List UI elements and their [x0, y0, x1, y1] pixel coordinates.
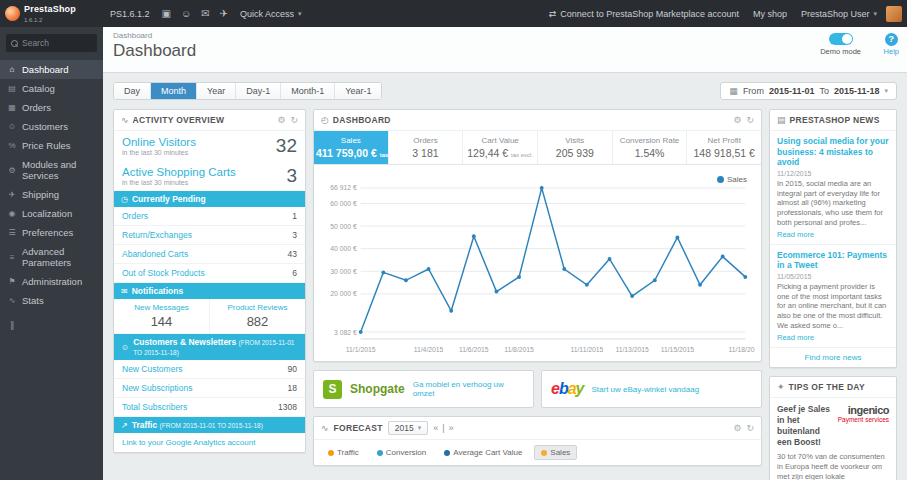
sidebar-collapse-icon[interactable]: ∥: [10, 320, 103, 330]
chevron-down-icon: ▾: [418, 424, 422, 432]
news-article-excerpt: Picking a payment provider is one of the…: [777, 282, 889, 331]
customers-icon[interactable]: ☺: [176, 8, 196, 19]
pending-returns-row: Return/Exchanges 3: [114, 226, 305, 245]
search-input[interactable]: [22, 38, 92, 48]
period-year-button[interactable]: Year: [197, 83, 236, 99]
forecast-year-select[interactable]: 2015 ▾: [388, 421, 428, 435]
svg-text:11/1/2015: 11/1/2015: [346, 346, 376, 353]
svg-text:40 000 €: 40 000 €: [330, 245, 357, 252]
content: Day Month Year Day-1 Month-1 Year-1 ▦ Fr…: [103, 73, 907, 480]
sidebar-search[interactable]: [6, 34, 97, 52]
demo-mode-toggle[interactable]: [829, 33, 853, 45]
help-icon[interactable]: ?: [885, 33, 898, 46]
app-logo[interactable]: PrestaShop 1.6.1.2: [0, 0, 103, 27]
forecast-legend-average-cart-value[interactable]: Average Cart Value: [438, 446, 528, 459]
breadcrumb[interactable]: Dashboard: [113, 31, 897, 40]
arrow-up-icon: ↗: [121, 421, 128, 430]
kpi-orders[interactable]: Orders 3 181: [389, 131, 464, 164]
notifications-grid: New Messages 144 Product Reviews 882: [114, 299, 305, 334]
new-subscriptions-row: New Subscriptions 18: [114, 379, 305, 398]
orders-icon: ▦: [7, 103, 17, 112]
active-carts-link[interactable]: Active Shopping Carts: [122, 166, 236, 178]
quick-access-menu[interactable]: Quick Access ▾: [233, 0, 309, 27]
prev-year-icon[interactable]: «: [433, 423, 438, 433]
kpi-visits[interactable]: Visits 205 939: [538, 131, 613, 164]
svg-text:11/11/2015: 11/11/2015: [570, 346, 603, 353]
google-analytics-link[interactable]: Link to your Google Analytics account: [114, 433, 305, 452]
refresh-icon[interactable]: ↻: [746, 423, 754, 433]
sidebar-item-administration[interactable]: ⚑ Administration: [0, 272, 103, 291]
forecast-legend-conversion[interactable]: Conversion: [371, 446, 432, 459]
cart-icon[interactable]: ▣: [157, 8, 176, 19]
tips-panel-title: TIPS OF THE DAY: [789, 382, 865, 392]
product-reviews-cell[interactable]: Product Reviews 882: [210, 299, 305, 333]
marketplace-connect-link[interactable]: ⇄ Connect to PrestaShop Marketplace acco…: [542, 0, 746, 27]
help-label[interactable]: Help: [884, 47, 899, 56]
sidebar-item-customers[interactable]: ☺ Customers: [0, 117, 103, 136]
forecast-legend-sales[interactable]: Sales: [534, 445, 577, 460]
calendar-icon: ▦: [729, 86, 738, 96]
period-day-button[interactable]: Day: [114, 83, 151, 99]
date-range-picker[interactable]: ▦ From 2015-11-01 To 2015-11-18 ▾: [720, 82, 897, 100]
messages-icon[interactable]: ✉: [196, 8, 214, 19]
my-shop-link[interactable]: My shop: [746, 0, 794, 27]
gear-icon[interactable]: ⚙: [733, 115, 741, 125]
prestashop-logo-icon: [5, 6, 20, 21]
sidebar-item-advanced-parameters[interactable]: ≡ Advanced Parameters: [0, 242, 103, 272]
search-icon: [11, 40, 18, 47]
sidebar-item-price-rules[interactable]: % Price Rules: [0, 136, 103, 155]
price-rules-icon: %: [7, 141, 17, 150]
period-year-1-button[interactable]: Year-1: [335, 83, 381, 99]
kpi-conversion-rate[interactable]: Conversion Rate 1.54%: [613, 131, 688, 164]
sidebar-item-preferences[interactable]: ☰ Preferences: [0, 223, 103, 242]
next-year-icon[interactable]: »: [449, 423, 454, 433]
kpi-sales[interactable]: Sales 411 759,00 € tax excl.: [314, 131, 389, 164]
online-visitors-link[interactable]: Online Visitors: [122, 136, 196, 148]
sidebar-item-modules[interactable]: ⚙ Modules and Services: [0, 155, 103, 185]
sidebar-item-catalog[interactable]: ▤ Catalog: [0, 79, 103, 98]
average-cart-value-dot-icon: [444, 450, 450, 456]
period-month-1-button[interactable]: Month-1: [281, 83, 335, 99]
sales-legend-dot: [717, 176, 724, 183]
expertise-icon[interactable]: ✈: [215, 8, 233, 19]
forecast-panel: ∿ FORECAST 2015 ▾ « | » ⚙: [313, 416, 762, 466]
shopgate-link[interactable]: Ga mobiel en verhoog uw omzet: [413, 380, 524, 398]
logo-name: PrestaShop: [24, 4, 76, 14]
period-button-group: Day Month Year Day-1 Month-1 Year-1: [113, 82, 382, 100]
pending-orders-row: Orders 1: [114, 207, 305, 226]
sidebar-item-shipping[interactable]: ✈ Shipping: [0, 185, 103, 204]
user-menu[interactable]: PrestaShop User ▾: [794, 0, 884, 27]
kpi-net-profit[interactable]: Net Profit 148 918,51 €: [687, 131, 761, 164]
gear-icon[interactable]: ⚙: [733, 423, 741, 433]
new-messages-cell[interactable]: New Messages 144: [114, 299, 210, 333]
sidebar-item-stats[interactable]: ∿ Stats: [0, 291, 103, 310]
avatar[interactable]: [886, 6, 902, 22]
kpi-cart-value[interactable]: Cart Value 129,44 € tax excl.: [463, 131, 538, 164]
promo-row: S Shopgate Ga mobiel en verhoog uw omzet…: [313, 370, 762, 408]
currently-pending-header: ◷ Currently Pending: [114, 191, 305, 207]
forecast-panel-title: FORECAST: [334, 423, 383, 433]
find-more-news-link[interactable]: Find more news: [770, 348, 896, 367]
sidebar-item-dashboard[interactable]: ⌂ Dashboard: [0, 60, 103, 79]
help-control: ? Help: [884, 33, 899, 56]
refresh-icon[interactable]: ↻: [746, 115, 754, 125]
sidebar-item-orders[interactable]: ▦ Orders: [0, 98, 103, 117]
read-more-link[interactable]: Read more: [777, 333, 889, 342]
forecast-legend-traffic[interactable]: Traffic: [322, 446, 365, 459]
news-article: Using social media for your business: 4 …: [770, 131, 896, 245]
out-of-stock-row: Out of Stock Products 6: [114, 264, 305, 283]
refresh-icon[interactable]: ↻: [290, 115, 298, 125]
period-day-1-button[interactable]: Day-1: [236, 83, 281, 99]
ingenico-logo: ingenico Payment services: [838, 404, 889, 448]
news-article-title[interactable]: Ecommerce 101: Payments in a Tweet: [777, 250, 889, 271]
traffic-header: ↗ Traffic (FROM 2015-11-01 TO 2015-11-18…: [114, 417, 305, 433]
read-more-link[interactable]: Read more: [777, 230, 889, 239]
news-article-title[interactable]: Using social media for your business: 4 …: [777, 136, 889, 168]
sidebar-item-localization[interactable]: ◉ Localization: [0, 204, 103, 223]
ebay-link[interactable]: Start uw eBay-winkel vandaag: [592, 385, 700, 394]
news-article: Ecommerce 101: Payments in a Tweet 11/05…: [770, 245, 896, 348]
gear-icon[interactable]: ⚙: [277, 115, 285, 125]
svg-text:11/15/2015: 11/15/2015: [661, 346, 695, 353]
administration-icon: ⚑: [7, 277, 17, 286]
period-month-button[interactable]: Month: [151, 83, 197, 99]
